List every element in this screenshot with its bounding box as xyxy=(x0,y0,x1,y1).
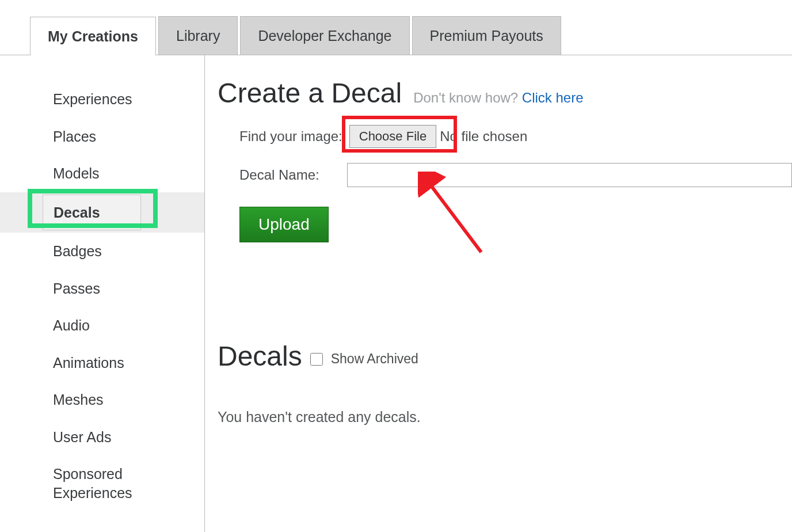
tab-bar: My Creations Library Developer Exchange … xyxy=(0,0,792,55)
sidebar: Experiences Places Models Decals Badges … xyxy=(0,55,205,532)
show-archived-label: Show Archived xyxy=(331,351,418,367)
sidebar-item-meshes[interactable]: Meshes xyxy=(0,381,204,419)
tab-developer-exchange[interactable]: Developer Exchange xyxy=(240,16,409,55)
main-content: Create a Decal Don't know how? Click her… xyxy=(205,55,792,532)
hint-text: Don't know how? Click here xyxy=(413,90,583,106)
sidebar-item-badges[interactable]: Badges xyxy=(0,233,204,270)
sidebar-item-places[interactable]: Places xyxy=(0,118,204,155)
sidebar-item-label: Decals xyxy=(43,195,141,231)
decal-name-row: Decal Name: xyxy=(239,163,792,187)
sidebar-item-sponsored-experiences[interactable]: Sponsored Experiences xyxy=(0,455,204,511)
sidebar-item-audio[interactable]: Audio xyxy=(0,307,204,344)
decals-list-title: Decals xyxy=(218,340,302,372)
sidebar-item-passes[interactable]: Passes xyxy=(0,270,204,307)
find-image-row: Find your image: Choose File No file cho… xyxy=(239,125,792,148)
create-decal-title: Create a Decal xyxy=(218,77,402,109)
tab-my-creations[interactable]: My Creations xyxy=(30,17,156,55)
sidebar-item-experiences[interactable]: Experiences xyxy=(0,81,204,118)
sidebar-item-models[interactable]: Models xyxy=(0,155,204,192)
sidebar-item-animations[interactable]: Animations xyxy=(0,344,204,382)
choose-file-button[interactable]: Choose File xyxy=(349,125,436,148)
hint-link[interactable]: Click here xyxy=(522,90,584,105)
tab-library[interactable]: Library xyxy=(158,16,238,55)
sidebar-item-user-ads[interactable]: User Ads xyxy=(0,419,204,456)
file-status-text: No file chosen xyxy=(440,128,527,145)
show-archived-checkbox[interactable] xyxy=(310,353,323,366)
decal-name-input[interactable] xyxy=(347,163,792,187)
empty-decals-message: You haven't created any decals. xyxy=(218,409,792,425)
sidebar-item-decals[interactable]: Decals xyxy=(0,192,204,233)
upload-button[interactable]: Upload xyxy=(239,207,329,242)
tab-premium-payouts[interactable]: Premium Payouts xyxy=(412,16,561,55)
find-image-label: Find your image: xyxy=(239,128,342,145)
decals-list-section: Decals Show Archived You haven't created… xyxy=(218,340,792,425)
decal-name-label: Decal Name: xyxy=(239,167,319,183)
hint-prefix: Don't know how? xyxy=(413,90,522,105)
